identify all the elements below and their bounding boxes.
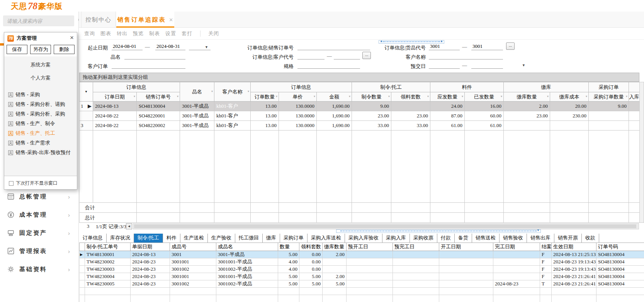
- dont-show-again-row[interactable]: 下次打开不显示窗口: [9, 180, 58, 187]
- table-cell[interactable]: TW48230003: [85, 266, 131, 273]
- table-cell[interactable]: kh01-客户: [214, 121, 251, 131]
- column-header-缴库成本[interactable]: 缴库成本▾: [550, 92, 589, 102]
- column-header-订单数量[interactable]: 订单数量▾: [251, 92, 279, 102]
- table-cell[interactable]: [504, 121, 550, 131]
- table-cell[interactable]: T: [540, 280, 552, 288]
- table-cell[interactable]: 2024-08-23: [493, 280, 540, 288]
- toolbar-button-设置[interactable]: 设置: [165, 30, 176, 37]
- detail-tab-销售验收[interactable]: 销售验收: [500, 234, 527, 243]
- table-cell[interactable]: 2024-08-22: [93, 111, 137, 121]
- table-cell[interactable]: [323, 266, 347, 273]
- search-input[interactable]: [3, 18, 78, 24]
- table-cell[interactable]: SO48130004: [137, 102, 180, 111]
- table-cell[interactable]: 13.00: [251, 111, 279, 121]
- sidebar-item-总帐管理[interactable]: 总帐管理›: [0, 189, 78, 204]
- table-cell[interactable]: F: [540, 251, 552, 258]
- chevron-down-icon[interactable]: ▼: [205, 45, 208, 49]
- table-cell[interactable]: 1,690.00: [317, 111, 352, 121]
- table-row[interactable]: TW482300042024-08-2330010013001001-半成品5.…: [80, 273, 644, 280]
- table-cell[interactable]: 1,690.00: [317, 121, 352, 131]
- dont-show-checkbox[interactable]: [9, 181, 14, 186]
- column-header-金额[interactable]: 金额▾: [317, 92, 352, 102]
- table-cell[interactable]: [393, 266, 439, 273]
- column-header-预完工日[interactable]: 预完工日: [393, 243, 439, 251]
- filter-caret-icon[interactable]: ▾: [427, 95, 429, 98]
- due-date-from-field[interactable]: [429, 61, 460, 69]
- toolbar-button-套打[interactable]: 套打: [182, 30, 192, 37]
- filter-caret-icon[interactable]: ▾: [134, 95, 135, 98]
- table-cell[interactable]: [439, 251, 493, 258]
- filter-caret-icon[interactable]: ▾: [501, 95, 502, 98]
- table-cell[interactable]: [493, 273, 540, 280]
- table-cell[interactable]: 4.00: [278, 258, 299, 266]
- table-cell[interactable]: TW48230004: [85, 273, 131, 280]
- table-cell[interactable]: 130.0000: [279, 111, 317, 121]
- filter-caret-icon[interactable]: ▾: [626, 95, 627, 98]
- table-cell[interactable]: 230.00: [550, 111, 589, 121]
- row-indicator[interactable]: [80, 273, 85, 280]
- horizontal-scrollbar[interactable]: [133, 223, 639, 229]
- table-cell[interactable]: F: [540, 258, 552, 266]
- table-cell[interactable]: 23.00: [391, 111, 430, 121]
- table-cell[interactable]: 16.00: [465, 102, 504, 111]
- scheme-item[interactable]: 销售 - 生产需求: [8, 139, 76, 147]
- detail-tab-采购收票[interactable]: 采购收票: [410, 234, 437, 243]
- row-indicator[interactable]: 1▶: [80, 102, 93, 111]
- detail-tab-订单信息[interactable]: 订单信息: [79, 234, 107, 243]
- table-cell[interactable]: 2024-08-22: [93, 121, 137, 131]
- table-cell[interactable]: 3001001: [170, 258, 216, 266]
- table-cell[interactable]: 5.00: [278, 280, 299, 288]
- table-cell[interactable]: 3001-半成品: [216, 251, 278, 258]
- tab-control-center[interactable]: 控制中心: [81, 12, 116, 28]
- table-cell[interactable]: 13.00: [251, 102, 279, 111]
- table-cell[interactable]: TW48130001: [85, 251, 131, 258]
- select-all-corner[interactable]: ▼: [80, 82, 93, 102]
- column-header-成品号[interactable]: 成品号: [170, 243, 216, 251]
- table-cell[interactable]: 2024-08-23 21:26:41: [552, 273, 596, 280]
- column-header-制令数量[interactable]: 制令数量▾: [352, 92, 391, 102]
- customer-name-field[interactable]: [429, 52, 503, 59]
- table-cell[interactable]: 20.00: [550, 102, 589, 111]
- table-cell[interactable]: 2.00: [323, 273, 347, 280]
- detail-tab-库存状况[interactable]: 库存状况: [107, 234, 134, 243]
- filter-caret-icon[interactable]: ▾: [177, 95, 178, 98]
- table-cell[interactable]: 9.00: [352, 102, 391, 111]
- table-cell[interactable]: 2024-08-23: [131, 273, 170, 280]
- table-cell[interactable]: TW48230002: [85, 258, 131, 266]
- table-cell[interactable]: 0.00: [299, 258, 323, 266]
- table-row[interactable]: 1▶2024-08-13SO481300043001-半成品kh01-客户13.…: [80, 102, 640, 111]
- detail-tab-收款[interactable]: 收款: [582, 234, 599, 243]
- table-cell[interactable]: [391, 102, 430, 111]
- table-row[interactable]: 32024-08-22SO482200023001-半成品kh01-客户13.0…: [80, 121, 640, 131]
- sidebar-item-基础资料[interactable]: 基础资料›: [0, 262, 78, 277]
- column-header-品名[interactable]: 品名▾: [180, 82, 214, 102]
- table-cell[interactable]: [493, 251, 540, 258]
- save-button[interactable]: 保存: [7, 45, 27, 54]
- filter-caret-icon[interactable]: ▾: [276, 95, 277, 98]
- sidebar-item-管理报表[interactable]: 管理报表›: [0, 244, 78, 258]
- table-cell[interactable]: SO48130004: [596, 273, 644, 280]
- table-cell[interactable]: 3001: [170, 251, 216, 258]
- vertical-scrollbar[interactable]: [639, 82, 644, 223]
- table-cell[interactable]: SO48130004: [596, 258, 644, 266]
- row-indicator[interactable]: [80, 111, 93, 121]
- table-cell[interactable]: 1,690.00: [317, 102, 352, 111]
- table-cell[interactable]: 61.00: [430, 121, 465, 131]
- scheme-item[interactable]: 销售 - 采购分析、请购: [8, 100, 76, 109]
- detail-tab-采购订单[interactable]: 采购订单: [280, 234, 308, 243]
- table-cell[interactable]: [493, 258, 540, 266]
- column-header-开工日期[interactable]: 开工日期: [439, 243, 493, 251]
- detail-tab-销售出库[interactable]: 销售出库: [527, 234, 554, 243]
- date-to-field[interactable]: 2024-08-31: [155, 43, 185, 50]
- detail-tab-销售送检[interactable]: 销售送检: [472, 234, 500, 243]
- table-cell[interactable]: 0.00: [299, 266, 323, 273]
- toolbar-button-查询[interactable]: 查询: [84, 30, 95, 37]
- table-cell[interactable]: F: [540, 266, 552, 273]
- group-by-bar[interactable]: 拖动某列标题到这里实现分组: [79, 73, 639, 82]
- filter-caret-icon[interactable]: ▾: [462, 95, 463, 98]
- table-cell[interactable]: 33.00: [352, 121, 391, 131]
- table-cell[interactable]: 3001002-半成品: [216, 280, 278, 288]
- table-cell[interactable]: 3001001-半成品: [216, 258, 278, 266]
- column-header-领料套数[interactable]: 领料套数▾: [391, 92, 430, 102]
- table-cell[interactable]: 3001002-半成品: [216, 266, 278, 273]
